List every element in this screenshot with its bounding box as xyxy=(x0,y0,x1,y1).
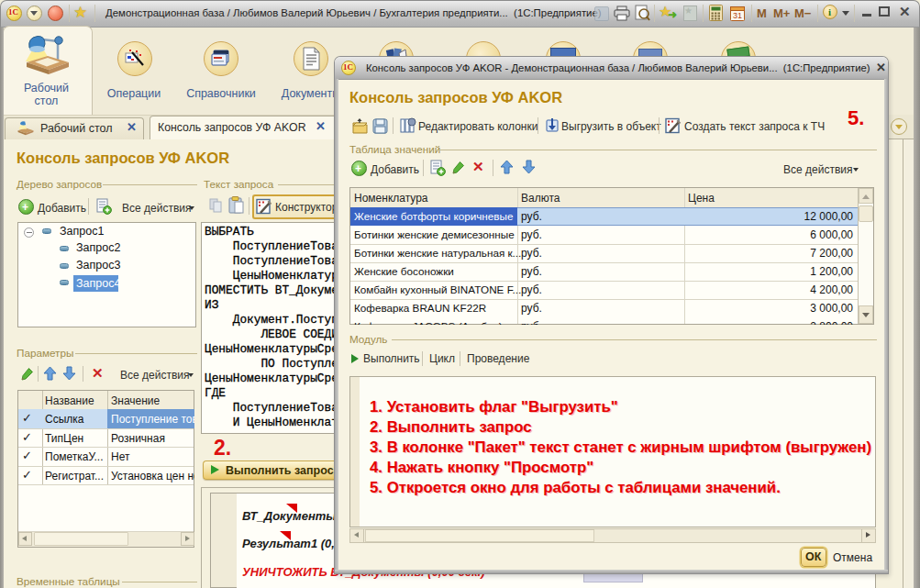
svg-text:31: 31 xyxy=(733,11,742,20)
